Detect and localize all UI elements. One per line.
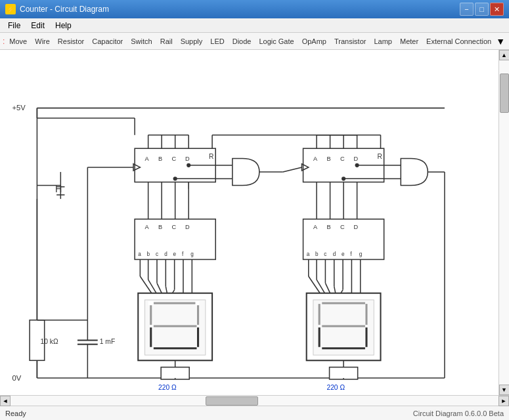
svg-text:10 kΩ: 10 kΩ xyxy=(41,338,58,345)
scroll-up-button[interactable]: ▲ xyxy=(499,50,510,60)
svg-text:R: R xyxy=(377,153,382,160)
svg-text:D: D xyxy=(185,156,190,162)
tool-diode[interactable]: Diode xyxy=(229,36,255,47)
scroll-thumb-h[interactable] xyxy=(206,396,258,406)
tool-opamp[interactable]: OpAmp xyxy=(299,36,330,47)
title-bar: ⚡ Counter - Circuit Diagram − □ ✕ xyxy=(0,0,509,18)
scroll-down-button[interactable]: ▼ xyxy=(499,385,510,395)
status-bar: Ready Circuit Diagram 0.6.0.0 Beta xyxy=(0,406,509,420)
svg-rect-86 xyxy=(148,301,154,305)
svg-text:B: B xyxy=(326,156,330,162)
tool-led[interactable]: LED xyxy=(207,36,227,47)
svg-text:B: B xyxy=(158,156,162,162)
svg-text:b: b xyxy=(315,251,319,257)
svg-text:D: D xyxy=(353,156,358,162)
svg-text:a: a xyxy=(307,251,310,257)
circuit-diagram: +5V 0V H 10 kΩ xyxy=(0,50,498,395)
close-button[interactable]: ✕ xyxy=(490,3,504,16)
scroll-track-h[interactable] xyxy=(11,396,498,406)
menu-file[interactable]: File xyxy=(3,20,26,32)
tool-logicgate[interactable]: Logic Gate xyxy=(255,36,297,47)
svg-text:g: g xyxy=(190,251,194,257)
status-version: Circuit Diagram 0.6.0.0 Beta xyxy=(413,410,504,417)
svg-text:C: C xyxy=(340,156,345,162)
scroll-track-v[interactable] xyxy=(499,60,509,385)
svg-point-46 xyxy=(173,177,177,180)
svg-rect-89 xyxy=(161,368,189,379)
minimize-button[interactable]: − xyxy=(460,3,474,16)
canvas-area[interactable]: +5V 0V H 10 kΩ xyxy=(0,50,498,395)
svg-text:+5V: +5V xyxy=(12,104,26,112)
tool-lamp[interactable]: Lamp xyxy=(370,36,395,47)
svg-rect-0 xyxy=(0,58,498,388)
scroll-left-button[interactable]: ◄ xyxy=(0,396,11,406)
maximize-button[interactable]: □ xyxy=(475,3,489,16)
svg-text:D: D xyxy=(185,224,190,230)
status-ready: Ready xyxy=(5,410,413,417)
horizontal-scrollbar[interactable]: ◄ ► xyxy=(0,395,509,406)
tool-meter[interactable]: Meter xyxy=(397,36,422,47)
tool-transistor[interactable]: Transistor xyxy=(331,36,370,47)
svg-text:C: C xyxy=(340,224,345,230)
app-icon: ⚡ xyxy=(5,4,16,14)
svg-rect-87 xyxy=(195,301,199,305)
svg-rect-144 xyxy=(313,300,374,355)
svg-text:C: C xyxy=(172,156,177,162)
vertical-scrollbar[interactable]: ▲ ▼ xyxy=(498,50,509,395)
svg-text:220 Ω: 220 Ω xyxy=(326,384,345,391)
svg-text:a: a xyxy=(138,251,141,257)
svg-text:R: R xyxy=(209,153,213,160)
menu-edit[interactable]: Edit xyxy=(26,20,50,32)
svg-text:c: c xyxy=(324,251,326,257)
tool-capacitor[interactable]: Capacitor xyxy=(89,36,126,47)
tool-wire[interactable]: Wire xyxy=(32,36,53,47)
svg-text:A: A xyxy=(145,224,150,230)
svg-text:0V: 0V xyxy=(12,374,21,382)
svg-rect-78 xyxy=(145,300,206,355)
toolbar-overflow[interactable]: ▼ xyxy=(496,36,505,47)
tool-resistor[interactable]: Resistor xyxy=(55,36,87,47)
tool-rail[interactable]: Rail xyxy=(157,36,176,47)
svg-text:c: c xyxy=(156,251,158,257)
title-bar-text: Counter - Circuit Diagram xyxy=(20,5,460,14)
main-content: +5V 0V H 10 kΩ xyxy=(0,50,509,395)
scroll-thumb-v[interactable] xyxy=(500,74,509,113)
svg-text:A: A xyxy=(313,156,318,162)
svg-text:b: b xyxy=(147,251,150,257)
svg-text:H: H xyxy=(55,184,62,194)
svg-text:e: e xyxy=(342,251,345,257)
svg-text:A: A xyxy=(313,224,318,230)
svg-text:d: d xyxy=(333,251,336,257)
svg-text:B: B xyxy=(158,224,162,230)
svg-text:e: e xyxy=(173,251,177,257)
svg-text:A: A xyxy=(145,156,150,162)
menu-bar: File Edit Help xyxy=(0,18,509,33)
tool-external-connection[interactable]: External Connection xyxy=(423,36,495,47)
svg-text:B: B xyxy=(326,224,330,230)
tool-move[interactable]: Move xyxy=(6,36,30,47)
svg-text:1 mF: 1 mF xyxy=(100,338,115,345)
svg-text:g: g xyxy=(359,251,363,257)
toolbar: : Move Wire Resistor Capacitor Switch Ra… xyxy=(0,33,509,50)
menu-help[interactable]: Help xyxy=(50,20,77,32)
tool-switch[interactable]: Switch xyxy=(127,36,155,47)
svg-rect-153 xyxy=(330,368,358,379)
svg-text:d: d xyxy=(164,251,167,257)
tool-supply[interactable]: Supply xyxy=(177,36,206,47)
svg-text:D: D xyxy=(353,224,358,230)
svg-text:220 Ω: 220 Ω xyxy=(158,384,177,391)
svg-text:C: C xyxy=(172,224,177,230)
scroll-right-button[interactable]: ► xyxy=(498,396,509,406)
title-bar-buttons: − □ ✕ xyxy=(460,3,504,16)
